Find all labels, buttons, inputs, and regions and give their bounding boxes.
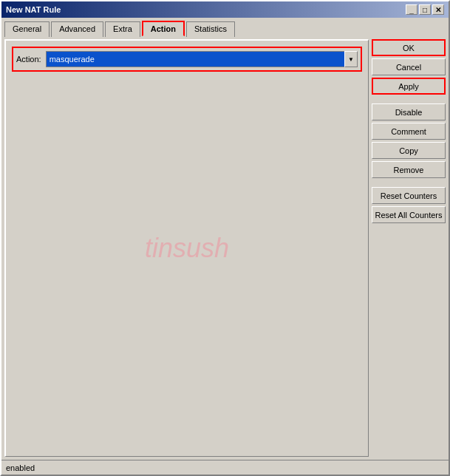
reset-all-counters-button[interactable]: Reset All Counters <box>372 206 446 223</box>
cancel-button[interactable]: Cancel <box>372 58 446 75</box>
tab-statistics[interactable]: Statistics <box>186 21 235 37</box>
tab-general[interactable]: General <box>4 21 50 37</box>
side-buttons: OK Cancel Apply Disable Comment Copy Rem… <box>372 39 446 457</box>
title-bar: New NAT Rule _ □ ✕ <box>1 1 449 18</box>
ok-button[interactable]: OK <box>372 39 446 56</box>
maximize-button[interactable]: □ <box>419 4 431 15</box>
minimize-button[interactable]: _ <box>406 4 417 15</box>
tab-extra[interactable]: Extra <box>105 21 140 37</box>
reset-counters-button[interactable]: Reset Counters <box>372 187 446 204</box>
action-select[interactable]: masquerade accept drop passthrough redir… <box>46 51 358 67</box>
dropdown-arrow-icon[interactable]: ▼ <box>344 51 358 67</box>
title-bar-buttons: _ □ ✕ <box>406 4 444 15</box>
watermark: tinsush <box>145 233 229 264</box>
close-button[interactable]: ✕ <box>432 4 444 15</box>
action-row: Action: masquerade accept drop passthrou… <box>12 47 362 72</box>
copy-button[interactable]: Copy <box>372 142 446 159</box>
comment-button[interactable]: Comment <box>372 123 446 140</box>
apply-button[interactable]: Apply <box>372 78 446 95</box>
tab-advanced[interactable]: Advanced <box>51 21 103 37</box>
tab-action[interactable]: Action <box>142 21 185 36</box>
status-bar: enabled <box>1 460 449 475</box>
action-label: Action: <box>16 55 41 64</box>
status-text: enabled <box>6 463 35 472</box>
window: New NAT Rule _ □ ✕ General Advanced Extr… <box>0 0 450 476</box>
action-select-wrapper: masquerade accept drop passthrough redir… <box>46 51 358 67</box>
remove-button[interactable]: Remove <box>372 161 446 178</box>
disable-button[interactable]: Disable <box>372 103 446 120</box>
tab-bar: General Advanced Extra Action Statistics <box>1 18 449 36</box>
main-panel: Action: masquerade accept drop passthrou… <box>4 39 369 457</box>
window-title: New NAT Rule <box>6 5 61 14</box>
content-area: Action: masquerade accept drop passthrou… <box>1 36 449 460</box>
